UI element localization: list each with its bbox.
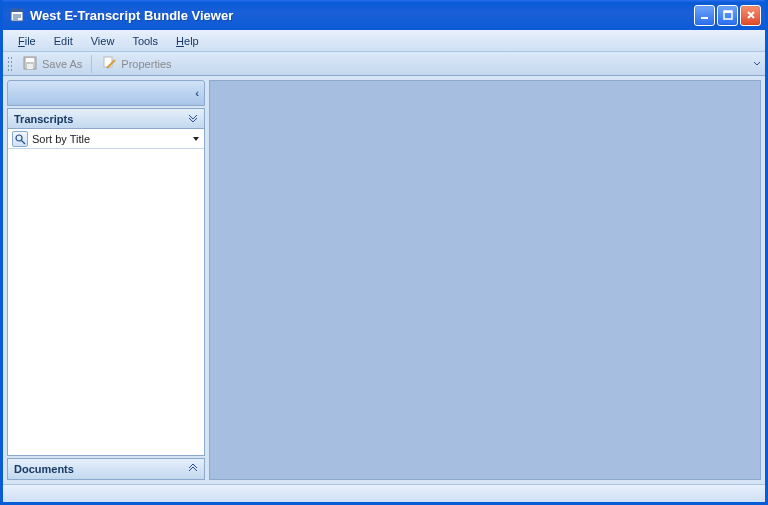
chevron-up-icon: [188, 463, 198, 475]
svg-rect-7: [724, 11, 732, 13]
svg-line-13: [22, 140, 26, 144]
menu-file[interactable]: File: [9, 33, 45, 49]
chevron-left-icon: ‹‹: [195, 88, 196, 99]
transcripts-header[interactable]: Transcripts: [8, 109, 204, 129]
transcripts-list: [8, 149, 204, 455]
documents-panel: Documents: [7, 458, 205, 480]
svg-rect-5: [701, 17, 708, 19]
toolbar-overflow-button[interactable]: [751, 54, 763, 74]
transcripts-panel: Transcripts Sort by Title: [7, 108, 205, 456]
transcripts-label: Transcripts: [14, 113, 73, 125]
save-as-button[interactable]: Save As: [16, 53, 88, 75]
titlebar[interactable]: West E-Transcript Bundle Viewer: [3, 0, 765, 30]
window-controls: [694, 5, 761, 26]
sidebar: ‹‹ Transcripts Sort by Title: [7, 80, 205, 480]
toolbar-separator: [91, 55, 92, 73]
chevron-down-icon: [188, 113, 198, 125]
save-icon: [22, 55, 38, 73]
sidebar-collapse-header[interactable]: ‹‹: [7, 80, 205, 106]
properties-icon: [101, 55, 117, 73]
minimize-button[interactable]: [694, 5, 715, 26]
app-icon: [9, 7, 25, 23]
body-area: ‹‹ Transcripts Sort by Title: [3, 76, 765, 484]
properties-label: Properties: [121, 58, 171, 70]
menubar: File Edit View Tools Help: [3, 30, 765, 52]
caret-down-icon: [192, 133, 200, 145]
sort-dropdown[interactable]: Sort by Title: [8, 129, 204, 149]
save-as-label: Save As: [42, 58, 82, 70]
window-title: West E-Transcript Bundle Viewer: [30, 8, 694, 23]
menu-view[interactable]: View: [82, 33, 124, 49]
maximize-button[interactable]: [717, 5, 738, 26]
search-icon: [12, 131, 28, 147]
main-content-area: [209, 80, 761, 480]
documents-label: Documents: [14, 463, 74, 475]
toolbar-grip[interactable]: [7, 56, 12, 72]
menu-help[interactable]: Help: [167, 33, 208, 49]
properties-button[interactable]: Properties: [95, 53, 177, 75]
sort-label: Sort by Title: [32, 133, 192, 145]
svg-rect-1: [11, 9, 23, 12]
toolbar: Save As Properties: [3, 52, 765, 76]
app-window: West E-Transcript Bundle Viewer File Edi…: [0, 0, 768, 505]
svg-rect-10: [27, 64, 33, 69]
menu-tools[interactable]: Tools: [123, 33, 167, 49]
statusbar: [3, 484, 765, 502]
documents-header[interactable]: Documents: [8, 459, 204, 479]
svg-rect-9: [26, 58, 34, 62]
close-button[interactable]: [740, 5, 761, 26]
menu-edit[interactable]: Edit: [45, 33, 82, 49]
svg-point-12: [16, 135, 22, 141]
